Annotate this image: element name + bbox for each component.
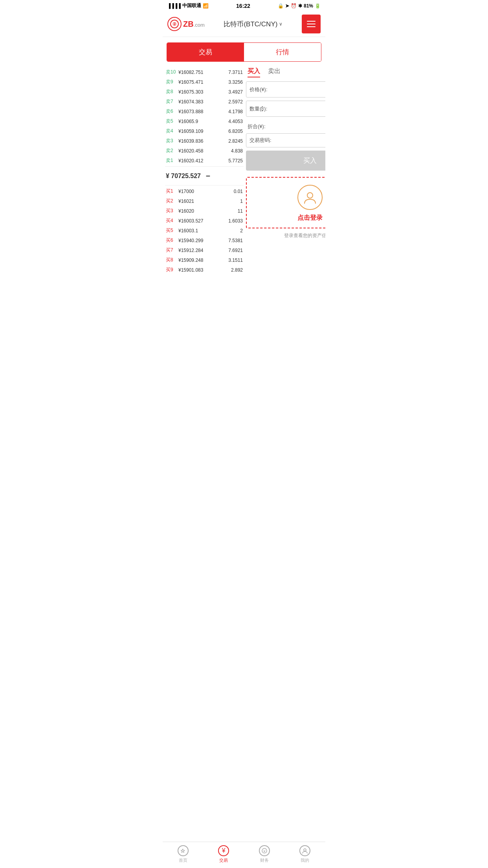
price-input[interactable] [269, 85, 326, 94]
buy-orders: 买1 ¥17000 0.01 买2 ¥16021 1 买3 ¥16020 11 … [165, 186, 244, 275]
sell-qty: 2.5972 [228, 99, 243, 105]
svg-text:②: ② [172, 22, 176, 26]
signal-icon: ▐▐▐▐ [167, 3, 181, 9]
sell-price: ¥16074.383 [177, 99, 228, 105]
sell-price: ¥16020.412 [177, 158, 228, 164]
sell-order-row: 卖10 ¥16082.751 7.3711 [165, 67, 244, 77]
sell-price: ¥16059.109 [177, 129, 228, 134]
price-input-row: 价格(¥): [246, 81, 325, 97]
trade-panel: 买入 卖出 价格(¥): 数量(₿): 折合(¥): [246, 67, 325, 275]
sell-qty: 5.7725 [228, 158, 243, 164]
bluetooth-icon: ✱ [298, 3, 302, 9]
buy-qty: 2 [240, 228, 243, 234]
mid-price-value: ¥ 70725.527 [166, 173, 201, 180]
buy-price: ¥15940.299 [177, 238, 228, 243]
buy-price: ¥15912.284 [177, 248, 228, 253]
sell-order-row: 卖7 ¥16074.383 2.5972 [165, 97, 244, 107]
buy-label: 买3 [166, 208, 177, 214]
sell-order-row: 卖6 ¥16073.888 4.1798 [165, 107, 244, 116]
buy-order-row: 买5 ¥16003.1 2 [165, 226, 244, 235]
buy-price: ¥16021 [177, 199, 240, 204]
status-right: 🔒 ➤ ⏰ ✱ 81% 🔋 [278, 3, 321, 9]
app-header: ② ZB.com 比特币(BTC/CNY) ∨ [163, 11, 325, 37]
sell-price: ¥16020.458 [177, 148, 231, 154]
status-bar: ▐▐▐▐ 中国联通 📶 16:22 🔒 ➤ ⏰ ✱ 81% 🔋 [163, 0, 325, 11]
sell-label: 卖10 [166, 69, 177, 75]
sell-label: 卖5 [166, 118, 177, 125]
price-input-group: 价格(¥): [246, 81, 325, 97]
price-label: 价格(¥): [250, 86, 268, 93]
sell-qty: 6.8205 [228, 129, 243, 134]
qty-input[interactable] [269, 104, 325, 113]
qty-input-group: 数量(₿): [246, 101, 325, 117]
buy-order-row: 买1 ¥17000 0.01 [165, 186, 244, 196]
sell-qty: 3.3256 [228, 79, 243, 85]
main-tab-bar: 交易 行情 [167, 42, 321, 62]
location-icon: ➤ [285, 3, 289, 9]
lock-icon: 🔒 [278, 3, 284, 9]
sell-label: 卖8 [166, 88, 177, 95]
buy-label: 买9 [166, 267, 177, 273]
asset-hint: 登录查看您的资产信息！ [246, 231, 325, 241]
order-book: 卖10 ¥16082.751 7.3711 卖9 ¥16075.471 3.32… [165, 67, 244, 275]
buy-price: ¥15901.083 [177, 267, 231, 273]
buy-price: ¥16003.527 [177, 218, 228, 224]
sell-label: 卖9 [166, 79, 177, 85]
sell-label: 卖2 [166, 147, 177, 154]
pwd-input[interactable] [273, 137, 325, 143]
login-box[interactable]: 点击登录 [246, 177, 325, 228]
chevron-down-icon: ∨ [279, 21, 283, 27]
tab-market[interactable]: 行情 [244, 43, 321, 61]
buy-price: ¥16003.1 [177, 228, 240, 234]
sell-order-row: 卖9 ¥16075.471 3.3256 [165, 77, 244, 87]
qty-input-row: 数量(₿): [246, 101, 325, 117]
sell-price: ¥16065.9 [177, 119, 228, 124]
status-time: 16:22 [236, 3, 250, 9]
buy-price: ¥17000 [177, 189, 234, 194]
pwd-label: 交易密码: [250, 137, 272, 144]
buy-order-row: 买8 ¥15909.248 3.1511 [165, 255, 244, 265]
alarm-icon: ⏰ [291, 3, 297, 9]
sell-label: 卖4 [166, 128, 177, 134]
menu-button[interactable] [302, 15, 321, 33]
sell-order-row: 卖4 ¥16059.109 6.8205 [165, 126, 244, 136]
logo: ② ZB.com [167, 17, 205, 31]
battery-pct: 81% [304, 3, 313, 9]
sell-orders: 卖10 ¥16082.751 7.3711 卖9 ¥16075.471 3.32… [165, 67, 244, 166]
buy-label: 买1 [166, 188, 177, 195]
wifi-icon: 📶 [203, 3, 209, 9]
sell-label: 卖3 [166, 138, 177, 144]
sell-price: ¥16075.471 [177, 79, 228, 85]
buy-order-row: 买7 ¥15912.284 7.6921 [165, 245, 244, 255]
sell-qty: 7.3711 [228, 70, 243, 75]
buy-button[interactable]: 买入 [246, 151, 325, 171]
sell-qty: 2.8245 [228, 138, 243, 144]
sell-qty: 4.838 [231, 148, 243, 154]
carrier-name: 中国联通 [182, 2, 201, 9]
qty-label: 数量(₿): [250, 105, 267, 112]
fold-label: 折合(¥): [248, 123, 266, 130]
buy-order-row: 买3 ¥16020 11 [165, 206, 244, 216]
sell-order-row: 卖3 ¥16039.836 2.8245 [165, 136, 244, 146]
sell-qty: 4.1798 [228, 109, 243, 114]
tab-trade[interactable]: 交易 [167, 43, 244, 61]
sell-qty: 4.4053 [228, 119, 243, 124]
login-text[interactable]: 点击登录 [297, 214, 323, 222]
battery-icon: 🔋 [315, 3, 321, 9]
buy-order-row: 买4 ¥16003.527 1.6033 [165, 216, 244, 226]
fold-row: 折合(¥): [246, 120, 325, 133]
buy-label: 买6 [166, 237, 177, 244]
sell-label: 卖7 [166, 98, 177, 105]
tab-buy[interactable]: 买入 [248, 67, 260, 77]
status-left: ▐▐▐▐ 中国联通 📶 [167, 2, 209, 9]
sell-label: 卖1 [166, 157, 177, 164]
sell-price: ¥16073.888 [177, 109, 228, 114]
buy-qty: 2.892 [231, 267, 243, 273]
sell-price: ¥16075.303 [177, 89, 228, 95]
buy-label: 买7 [166, 247, 177, 254]
sell-order-row: 卖8 ¥16075.303 3.4927 [165, 87, 244, 97]
tab-sell[interactable]: 卖出 [268, 67, 281, 77]
logo-text: ZB.com [183, 20, 205, 29]
buy-qty: 11 [238, 208, 243, 214]
buy-order-row: 买6 ¥15940.299 7.5381 [165, 235, 244, 245]
